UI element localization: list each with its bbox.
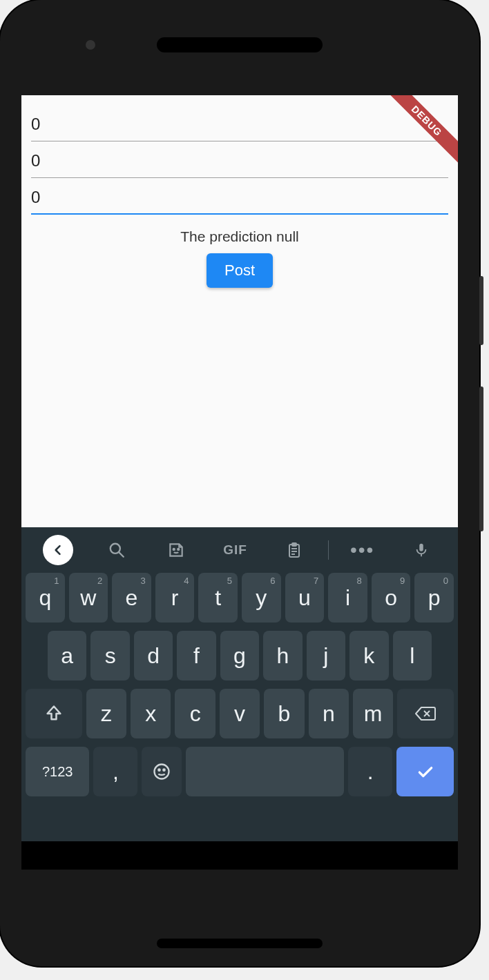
screen: DEBUG The prediction null Post [21,95,458,870]
key-v[interactable]: v [220,689,260,738]
toolbar-divider [328,540,329,560]
key-k[interactable]: k [349,631,388,680]
key-u[interactable]: u7 [285,573,325,623]
key-d[interactable]: d [134,631,173,680]
key-symbols[interactable]: ?123 [26,747,89,796]
key-t[interactable]: t5 [198,573,238,623]
key-w[interactable]: w2 [69,573,108,623]
prediction-text: The prediction null [21,228,458,245]
key-e[interactable]: e3 [112,573,151,623]
key-h[interactable]: h [263,631,302,680]
search-icon[interactable] [88,541,147,559]
key-n[interactable]: n [309,689,349,738]
key-i[interactable]: i8 [328,573,367,623]
key-shift[interactable] [26,689,82,738]
key-period[interactable]: . [348,747,392,796]
key-emoji[interactable] [142,747,181,796]
nav-bar [21,841,458,870]
keyboard-toolbar: GIF ••• [21,527,458,573]
volume-button [479,386,483,531]
svg-rect-9 [420,544,424,551]
svg-point-15 [163,770,164,771]
key-y[interactable]: y6 [242,573,281,623]
input-field-2[interactable] [31,141,448,178]
key-o[interactable]: o9 [372,573,411,623]
key-g[interactable]: g [220,631,259,680]
input-column [21,95,458,215]
gif-icon[interactable]: GIF [206,542,265,558]
sticker-icon[interactable] [146,541,206,559]
power-button [479,276,483,345]
front-camera [86,40,95,50]
key-backspace[interactable] [397,689,454,738]
keyboard: GIF ••• q1w2e3r4t5y6u7i8o9p0 asdfghjkl z… [21,527,458,841]
phone-frame: DEBUG The prediction null Post [0,0,479,966]
keyboard-rows: q1w2e3r4t5y6u7i8o9p0 asdfghjkl zxcvbnm ?… [21,573,458,796]
speaker-grille [157,37,323,52]
key-x[interactable]: x [131,689,171,738]
key-q[interactable]: q1 [26,573,65,623]
input-field-3[interactable] [31,178,448,215]
svg-point-14 [158,770,160,771]
svg-point-3 [178,549,179,550]
key-a[interactable]: a [48,631,86,680]
bottom-grille [157,939,323,948]
post-button[interactable]: Post [207,253,273,288]
key-p[interactable]: p0 [414,573,454,623]
keyboard-row-3: zxcvbnm [26,689,454,738]
more-icon[interactable]: ••• [333,539,392,561]
key-z[interactable]: z [86,689,126,738]
app-content: DEBUG The prediction null Post [21,95,458,527]
key-r[interactable]: r4 [155,573,195,623]
key-comma[interactable]: , [93,747,137,796]
key-b[interactable]: b [264,689,304,738]
keyboard-row-1: q1w2e3r4t5y6u7i8o9p0 [26,573,454,623]
keyboard-row-2: asdfghjkl [26,631,454,680]
key-j[interactable]: j [307,631,345,680]
svg-point-2 [173,549,175,550]
svg-point-13 [154,765,169,779]
kb-collapse-button[interactable] [28,535,88,565]
key-s[interactable]: s [90,631,129,680]
mic-icon[interactable] [392,541,451,559]
keyboard-row-4: ?123, . [26,747,454,796]
key-l[interactable]: l [393,631,432,680]
key-space[interactable] [186,747,345,796]
input-field-1[interactable] [31,105,448,141]
key-c[interactable]: c [175,689,215,738]
clipboard-icon[interactable] [265,541,324,559]
key-f[interactable]: f [177,631,215,680]
key-enter[interactable] [396,747,454,796]
key-m[interactable]: m [353,689,393,738]
svg-line-1 [119,552,124,557]
